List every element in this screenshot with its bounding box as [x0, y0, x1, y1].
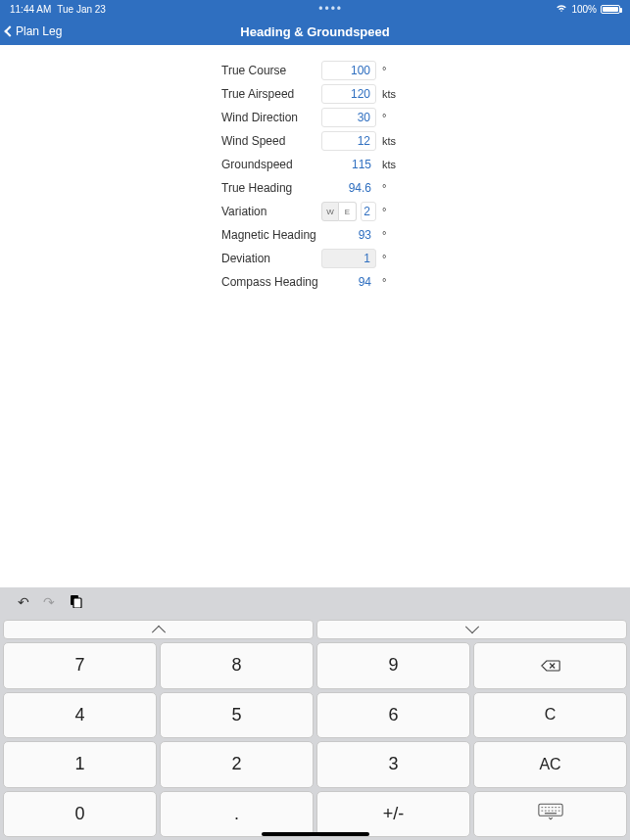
- backspace-icon: [541, 659, 560, 673]
- value-groundspeed: 115: [321, 158, 376, 171]
- input-true-airspeed[interactable]: 120: [321, 84, 376, 104]
- unit-variation: °: [376, 206, 406, 217]
- toggle-west[interactable]: W: [321, 202, 339, 221]
- page-title: Heading & Groundspeed: [0, 24, 630, 39]
- input-true-course[interactable]: 100: [321, 61, 376, 80]
- unit-deviation: °: [376, 253, 406, 264]
- key-1[interactable]: 1: [3, 741, 157, 788]
- row-wind-speed: Wind Speed 12 kts: [0, 129, 630, 153]
- key-sign[interactable]: +/-: [316, 791, 470, 838]
- key-9[interactable]: 9: [316, 642, 470, 689]
- row-compass-heading: Compass Heading 94 °: [0, 270, 630, 294]
- row-deviation: Deviation 1 °: [0, 247, 630, 270]
- back-label: Plan Leg: [16, 24, 62, 38]
- label-wind-direction: Wind Direction: [0, 111, 321, 124]
- key-clear[interactable]: C: [473, 692, 627, 739]
- status-bar: 11:44 AM Tue Jan 23 •••• 100%: [0, 0, 630, 18]
- nav-bar: Plan Leg Heading & Groundspeed: [0, 18, 630, 45]
- keyboard-icon: [538, 803, 563, 824]
- chevron-left-icon: [4, 25, 15, 36]
- status-dots: ••••: [318, 2, 343, 16]
- value-compass-heading: 94: [321, 275, 376, 289]
- key-7[interactable]: 7: [3, 642, 157, 689]
- keypad: 7 8 9 4 5 6 C 1 2 3 AC 0 . +/-: [0, 617, 630, 840]
- label-wind-speed: Wind Speed: [0, 134, 321, 148]
- chevron-up-icon: [151, 626, 165, 639]
- form-area: True Course 100 ° True Airspeed 120 kts …: [0, 45, 630, 294]
- unit-wind-speed: kts: [376, 135, 406, 147]
- chevron-down-icon: [464, 620, 478, 633]
- battery-percent: 100%: [571, 4, 597, 15]
- clipboard-icon[interactable]: [69, 594, 82, 611]
- unit-true-heading: °: [376, 182, 406, 194]
- key-3[interactable]: 3: [316, 741, 470, 788]
- label-true-airspeed: True Airspeed: [0, 87, 321, 101]
- unit-true-airspeed: kts: [376, 88, 406, 100]
- key-5[interactable]: 5: [160, 692, 314, 739]
- variation-toggle[interactable]: W E: [321, 202, 357, 221]
- value-magnetic-heading: 93: [321, 228, 376, 242]
- next-field-key[interactable]: [316, 620, 627, 639]
- input-wind-direction[interactable]: 30: [321, 108, 376, 127]
- key-0[interactable]: 0: [3, 791, 157, 838]
- unit-compass-heading: °: [376, 276, 406, 288]
- label-true-course: True Course: [0, 64, 321, 77]
- svg-rect-1: [73, 598, 81, 608]
- row-magnetic-heading: Magnetic Heading 93 °: [0, 223, 630, 247]
- input-deviation[interactable]: 1: [321, 249, 376, 268]
- input-wind-speed[interactable]: 12: [321, 131, 376, 151]
- row-true-airspeed: True Airspeed 120 kts: [0, 82, 630, 106]
- back-button[interactable]: Plan Leg: [0, 24, 62, 38]
- value-true-heading: 94.6: [321, 181, 376, 195]
- status-time: 11:44 AM: [10, 4, 51, 15]
- label-true-heading: True Heading: [0, 181, 321, 195]
- label-compass-heading: Compass Heading: [0, 275, 321, 289]
- label-groundspeed: Groundspeed: [0, 158, 321, 171]
- unit-magnetic-heading: °: [376, 229, 406, 241]
- toggle-east[interactable]: E: [339, 202, 357, 221]
- wifi-icon: [556, 4, 567, 15]
- key-allclear[interactable]: AC: [473, 741, 627, 788]
- key-4[interactable]: 4: [3, 692, 157, 739]
- row-true-course: True Course 100 °: [0, 59, 630, 82]
- key-dismiss-keyboard[interactable]: [473, 791, 627, 838]
- key-6[interactable]: 6: [316, 692, 470, 739]
- battery-icon: [601, 5, 620, 14]
- keypad-toolbar: ↶ ↷: [0, 587, 630, 617]
- prev-field-key[interactable]: [3, 620, 314, 639]
- key-2[interactable]: 2: [160, 741, 314, 788]
- key-backspace[interactable]: [473, 642, 627, 689]
- label-variation: Variation: [0, 205, 321, 218]
- svg-rect-2: [538, 804, 561, 816]
- row-wind-direction: Wind Direction 30 °: [0, 106, 630, 129]
- key-8[interactable]: 8: [160, 642, 314, 689]
- unit-wind-direction: °: [376, 112, 406, 123]
- unit-groundspeed: kts: [376, 159, 406, 170]
- key-decimal[interactable]: .: [160, 791, 314, 838]
- label-deviation: Deviation: [0, 252, 321, 265]
- row-variation: Variation W E 2 °: [0, 200, 630, 223]
- row-true-heading: True Heading 94.6 °: [0, 176, 630, 200]
- redo-icon[interactable]: ↷: [43, 594, 55, 610]
- row-groundspeed: Groundspeed 115 kts: [0, 153, 630, 176]
- label-magnetic-heading: Magnetic Heading: [0, 228, 321, 242]
- status-date: Tue Jan 23: [57, 4, 106, 15]
- input-variation[interactable]: 2: [361, 202, 376, 221]
- undo-icon[interactable]: ↶: [18, 594, 29, 610]
- home-indicator[interactable]: [262, 832, 369, 836]
- unit-true-course: °: [376, 65, 406, 76]
